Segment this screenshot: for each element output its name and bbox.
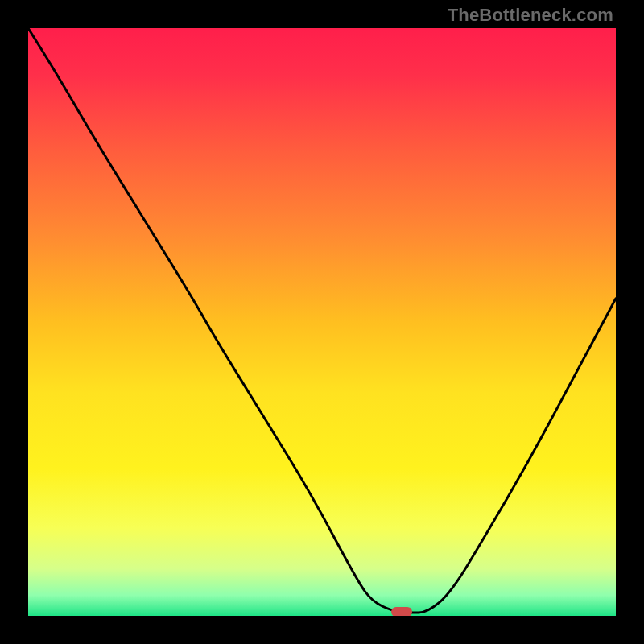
plot-area [28, 28, 616, 616]
chart-frame: TheBottleneck.com [0, 0, 644, 644]
bottleneck-curve [28, 28, 616, 616]
optimal-marker [391, 607, 412, 616]
watermark-text: TheBottleneck.com [448, 5, 613, 26]
